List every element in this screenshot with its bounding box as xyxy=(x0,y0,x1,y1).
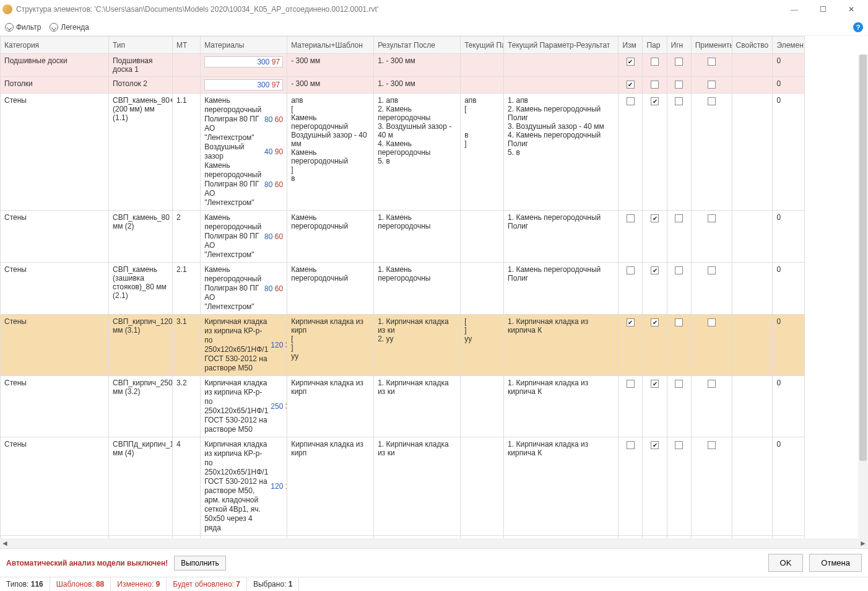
scroll-right-icon[interactable]: ► xyxy=(858,538,868,548)
scroll-left-icon[interactable]: ◄ xyxy=(0,538,10,548)
cell-apply[interactable] xyxy=(691,54,732,77)
ok-button[interactable]: OK xyxy=(768,554,804,572)
checkbox-izm[interactable] xyxy=(627,380,635,388)
cell-par[interactable] xyxy=(643,211,667,263)
checkbox-izm[interactable] xyxy=(627,81,635,89)
filter-button[interactable]: Фильтр xyxy=(5,23,41,32)
cell-ign[interactable] xyxy=(667,211,691,263)
cell-ign[interactable] xyxy=(667,54,691,77)
table-row[interactable]: ПотолкиПотолок 2300 97 - 300 мм1. - 300 … xyxy=(1,77,805,94)
checkbox-par[interactable] xyxy=(651,318,659,326)
col-mt[interactable]: МТ xyxy=(172,37,200,54)
material-input[interactable]: 300 97 xyxy=(204,79,283,90)
cell-ign[interactable] xyxy=(667,94,691,211)
checkbox-ign[interactable] xyxy=(675,81,683,89)
minimize-button[interactable]: — xyxy=(780,0,809,19)
checkbox-apply[interactable] xyxy=(708,214,716,222)
checkbox-apply[interactable] xyxy=(708,441,716,449)
cell-apply[interactable] xyxy=(691,94,732,211)
table-row[interactable]: СтеныСВП_кирпич_250 мм (3.2)3.2Кирпичная… xyxy=(1,376,805,437)
checkbox-ign[interactable] xyxy=(675,318,683,326)
cancel-button[interactable]: Отмена xyxy=(809,554,862,572)
cell-izm[interactable] xyxy=(618,437,643,536)
col-materials-tpl[interactable]: Материалы+Шаблон xyxy=(287,37,374,54)
checkbox-apply[interactable] xyxy=(708,380,716,388)
checkbox-par[interactable] xyxy=(651,441,659,449)
checkbox-ign[interactable] xyxy=(675,214,683,222)
col-current-param[interactable]: Текущий Па xyxy=(461,37,504,54)
checkbox-apply[interactable] xyxy=(708,58,716,66)
table-row[interactable]: СтеныСВП_камень_80+40+80 (200 мм) мм (1.… xyxy=(1,94,805,211)
cell-apply[interactable] xyxy=(691,315,732,376)
checkbox-izm[interactable] xyxy=(627,318,635,326)
checkbox-par[interactable] xyxy=(651,97,659,105)
cell-ign[interactable] xyxy=(667,77,691,94)
cell-apply[interactable] xyxy=(691,211,732,263)
cell-izm[interactable] xyxy=(618,315,643,376)
col-elements[interactable]: Элемен xyxy=(773,37,805,54)
col-category[interactable]: Категория xyxy=(1,37,109,54)
checkbox-par[interactable] xyxy=(651,214,659,222)
cell-apply[interactable] xyxy=(691,437,732,536)
col-materials[interactable]: Материалы xyxy=(201,37,287,54)
checkbox-par[interactable] xyxy=(651,81,659,89)
col-current-param-result[interactable]: Текущий Параметр-Результат xyxy=(504,37,618,54)
cell-izm[interactable] xyxy=(618,263,643,315)
cell-ign[interactable] xyxy=(667,437,691,536)
checkbox-ign[interactable] xyxy=(675,97,683,105)
checkbox-izm[interactable] xyxy=(627,214,635,222)
table-row[interactable]: СтеныСВППд_кирпич_120 мм (4)4Кирпичная к… xyxy=(1,437,805,536)
vertical-scrollbar[interactable] xyxy=(858,55,868,538)
col-result-after[interactable]: Результат После xyxy=(374,37,461,54)
col-ign[interactable]: Игн xyxy=(667,37,691,54)
maximize-button[interactable]: ☐ xyxy=(809,0,837,19)
col-izm[interactable]: Изм xyxy=(618,37,643,54)
cell-izm[interactable] xyxy=(618,77,643,94)
cell-par[interactable] xyxy=(643,263,667,315)
horizontal-scrollbar[interactable]: ◄ ► xyxy=(0,538,868,548)
cell-ign[interactable] xyxy=(667,263,691,315)
checkbox-izm[interactable] xyxy=(627,58,635,66)
table-row[interactable]: Подшивные доскиПодшивная доска 1300 97 -… xyxy=(1,54,805,77)
cell-izm[interactable] xyxy=(618,211,643,263)
table-row[interactable]: СтеныСВП_камень (зашивка стояков)_80 мм … xyxy=(1,263,805,315)
cell-par[interactable] xyxy=(643,94,667,211)
cell-ign[interactable] xyxy=(667,376,691,437)
cell-izm[interactable] xyxy=(618,376,643,437)
col-property[interactable]: Свойство xyxy=(732,37,773,54)
legend-button[interactable]: Легенда xyxy=(50,23,89,32)
col-apply[interactable]: Применить xyxy=(691,37,732,54)
cell-apply[interactable] xyxy=(691,263,732,315)
checkbox-ign[interactable] xyxy=(675,58,683,66)
cell-par[interactable] xyxy=(643,77,667,94)
checkbox-apply[interactable] xyxy=(708,318,716,326)
cell-par[interactable] xyxy=(643,54,667,77)
checkbox-izm[interactable] xyxy=(627,441,635,449)
cell-par[interactable] xyxy=(643,437,667,536)
col-type[interactable]: Тип xyxy=(108,37,172,54)
checkbox-ign[interactable] xyxy=(675,380,683,388)
checkbox-apply[interactable] xyxy=(708,81,716,89)
table-row[interactable]: СтеныСВП_камень_80 мм (2)2Камень перегор… xyxy=(1,211,805,263)
checkbox-izm[interactable] xyxy=(627,97,635,105)
checkbox-izm[interactable] xyxy=(627,266,635,274)
scrollbar-thumb[interactable] xyxy=(859,55,867,461)
cell-ign[interactable] xyxy=(667,315,691,376)
checkbox-ign[interactable] xyxy=(675,441,683,449)
checkbox-apply[interactable] xyxy=(708,266,716,274)
cell-par[interactable] xyxy=(643,376,667,437)
close-button[interactable]: ✕ xyxy=(837,0,866,19)
cell-apply[interactable] xyxy=(691,77,732,94)
cell-apply[interactable] xyxy=(691,376,732,437)
col-par[interactable]: Пар xyxy=(643,37,667,54)
cell-izm[interactable] xyxy=(618,54,643,77)
help-icon[interactable]: ? xyxy=(853,22,863,32)
cell-par[interactable] xyxy=(643,315,667,376)
checkbox-par[interactable] xyxy=(651,380,659,388)
material-input[interactable]: 300 97 xyxy=(204,56,283,68)
checkbox-ign[interactable] xyxy=(675,266,683,274)
cell-izm[interactable] xyxy=(618,94,643,211)
checkbox-apply[interactable] xyxy=(708,97,716,105)
checkbox-par[interactable] xyxy=(651,266,659,274)
execute-button[interactable]: Выполнить xyxy=(174,556,226,571)
